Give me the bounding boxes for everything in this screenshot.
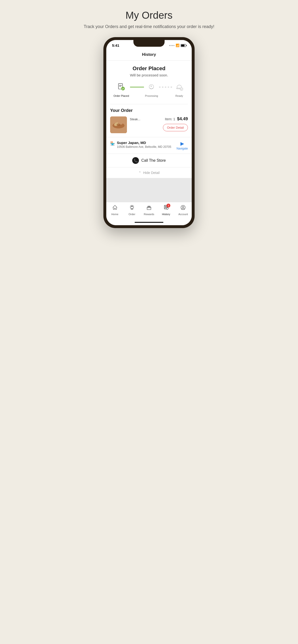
order-item-price: $4.49 <box>177 116 188 122</box>
progress-steps: Order Placed Processing <box>111 82 187 97</box>
step-order-placed: Order Placed <box>113 82 129 97</box>
wifi-icon: 📶 <box>176 44 180 47</box>
gray-area <box>106 178 192 202</box>
step-ready: Ready <box>174 82 185 97</box>
phone-icon: 📞 <box>132 157 139 164</box>
svg-point-18 <box>182 206 184 208</box>
phone-frame: 5:41 📶 History <box>103 37 195 228</box>
call-store-label: Call The Store <box>141 158 166 163</box>
hide-detail-section[interactable]: ⌃ Hide Detail <box>106 167 192 178</box>
history-badge: 1 <box>167 204 170 208</box>
home-indicator-bar <box>135 222 163 223</box>
hide-detail-label: Hide Detail <box>143 171 160 175</box>
order-detail-button[interactable]: Order Detail <box>163 124 188 131</box>
nav-label-history: History <box>162 213 170 216</box>
your-order-title: Your Order <box>110 108 188 113</box>
account-icon <box>180 204 186 212</box>
order-status-title: Order Placed <box>111 66 187 72</box>
store-address: 10506 Baltimore Ave, Beltsville, MD 2070… <box>117 145 171 148</box>
svg-rect-13 <box>131 209 133 210</box>
food-illustration <box>110 116 127 133</box>
home-indicator <box>106 220 192 225</box>
order-status-subtitle: Will be processed soon. <box>111 73 187 77</box>
nav-item-rewards[interactable]: Rewards <box>142 204 156 216</box>
order-placed-icon <box>116 82 126 92</box>
phone-notch <box>133 40 165 47</box>
nav-label-account: Account <box>178 213 188 216</box>
store-name: Super Japan, MD <box>117 141 171 145</box>
order-item-price-row: Item: 1 $4.49 <box>165 116 188 122</box>
screen-header-title: History <box>142 52 156 57</box>
ready-icon <box>174 82 185 92</box>
nav-label-home: Home <box>111 213 118 216</box>
order-icon <box>129 204 135 212</box>
store-building-icon: 🏪 <box>110 141 115 146</box>
svg-rect-14 <box>147 207 151 210</box>
store-info-section: 🏪 Super Japan, MD 10506 Baltimore Ave, B… <box>106 137 192 154</box>
step-connector-2 <box>159 87 173 88</box>
call-store-section[interactable]: 📞 Call The Store <box>106 154 192 167</box>
signal-icon <box>169 45 175 46</box>
navigate-icon: ▶ <box>181 141 184 146</box>
svg-point-11 <box>117 124 120 126</box>
step-connector-1 <box>130 87 144 88</box>
processing-icon <box>146 82 157 92</box>
screen-header: History <box>106 49 192 60</box>
order-item-row: Steak... Item: 1 $4.49 Order Detail <box>110 116 188 133</box>
chevron-up-icon: ⌃ <box>138 171 141 175</box>
rewards-icon <box>146 204 152 212</box>
store-info-left: 🏪 Super Japan, MD 10506 Baltimore Ave, B… <box>110 141 171 148</box>
bottom-nav: Home Order <box>106 202 192 220</box>
store-details: Super Japan, MD 10506 Baltimore Ave, Bel… <box>117 141 171 148</box>
phone-screen: 5:41 📶 History <box>106 40 192 225</box>
svg-point-16 <box>166 208 168 210</box>
order-item-count: Item: 1 <box>165 117 175 121</box>
nav-label-rewards: Rewards <box>144 213 154 216</box>
battery-icon <box>181 44 186 47</box>
navigate-button[interactable]: ▶ Navigate <box>177 141 188 150</box>
step-label-processing: Processing <box>145 94 158 97</box>
order-item-name: Steak... <box>130 118 140 121</box>
nav-item-order[interactable]: Order <box>125 204 139 216</box>
page-subtitle: Track your Orders and get real-time noti… <box>84 24 215 30</box>
step-label-order-placed: Order Placed <box>113 94 129 97</box>
your-order-section: Your Order <box>106 104 192 137</box>
svg-point-1 <box>121 87 125 90</box>
page-title: My Orders <box>84 10 215 21</box>
screen-content: History Order Placed Will be processed s… <box>106 49 192 202</box>
navigate-label: Navigate <box>177 147 188 150</box>
status-icons: 📶 <box>169 44 186 47</box>
nav-item-history[interactable]: 1 History <box>159 204 173 216</box>
page-header: My Orders Track your Orders and get real… <box>84 10 215 30</box>
nav-item-account[interactable]: Account <box>176 204 190 216</box>
history-icon: 1 <box>163 204 169 212</box>
status-time: 5:41 <box>112 43 119 48</box>
order-item-details: Item: 1 $4.49 Order Detail <box>143 116 188 131</box>
step-processing: Processing <box>145 82 158 97</box>
nav-label-order: Order <box>129 213 135 216</box>
svg-point-17 <box>181 205 185 210</box>
step-label-ready: Ready <box>175 94 183 97</box>
nav-item-home[interactable]: Home <box>108 204 122 216</box>
order-item-image <box>110 116 127 133</box>
home-icon <box>112 204 118 212</box>
order-status-card: Order Placed Will be processed soon. <box>106 60 192 104</box>
